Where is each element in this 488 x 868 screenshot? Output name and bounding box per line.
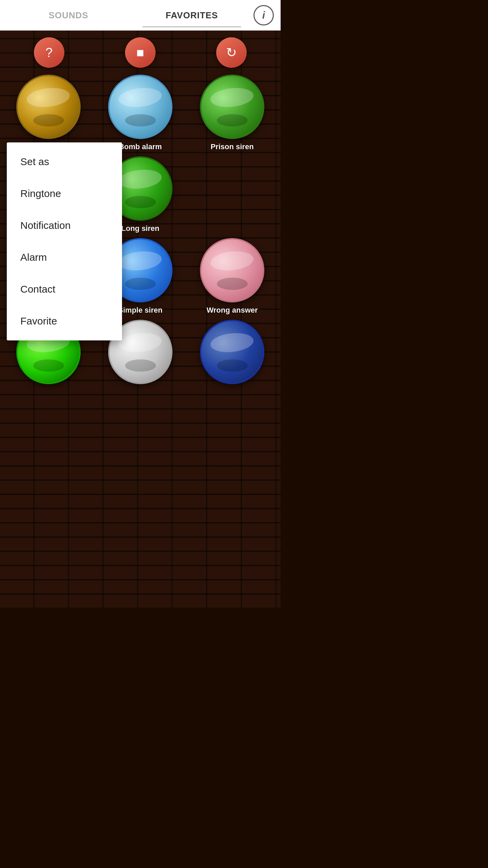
- sound-label-bomb-alarm: Bomb alarm: [119, 142, 162, 151]
- sound-item-prison-siren[interactable]: Prison siren: [189, 75, 276, 151]
- sound-btn-prison-siren[interactable]: [200, 75, 264, 139]
- stop-icon: ■: [137, 45, 144, 60]
- menu-item-contact[interactable]: Contact: [7, 273, 122, 305]
- sound-label-prison-siren: Prison siren: [210, 142, 253, 151]
- stop-button[interactable]: ■: [125, 37, 156, 68]
- sound-item-bomb-alarm[interactable]: Bomb alarm: [97, 75, 184, 151]
- info-icon: i: [262, 9, 265, 21]
- help-button[interactable]: ?: [34, 37, 64, 68]
- controls-row: ? ■ ↻: [3, 37, 277, 68]
- menu-item-favorite[interactable]: Favorite: [7, 305, 122, 337]
- refresh-icon: ↻: [226, 45, 237, 60]
- menu-item-ringtone[interactable]: Ringtone: [7, 178, 122, 210]
- tab-sounds[interactable]: SOUNDS: [7, 3, 130, 27]
- sound-btn-navy-bottom[interactable]: [200, 320, 264, 384]
- context-menu: Set as Ringtone Notification Alarm Conta…: [7, 142, 122, 340]
- tab-bar: SOUNDS FAVORITES i: [0, 0, 281, 31]
- sound-btn-wrong-answer[interactable]: [200, 238, 264, 302]
- refresh-button[interactable]: ↻: [216, 37, 247, 68]
- sound-btn-bomb-alarm[interactable]: [108, 75, 172, 139]
- sound-btn-siren-alert[interactable]: [16, 75, 81, 139]
- menu-item-alarm[interactable]: Alarm: [7, 241, 122, 273]
- tab-favorites[interactable]: FAVORITES: [130, 3, 253, 27]
- sound-item-siren-alert[interactable]: Siren alert: [5, 75, 92, 151]
- sound-label-long-siren: Long siren: [121, 224, 159, 233]
- question-icon: ?: [45, 45, 53, 60]
- sound-label-simple-siren: Simple siren: [118, 306, 163, 315]
- menu-header-set-as: Set as: [7, 146, 122, 178]
- menu-item-notification[interactable]: Notification: [7, 210, 122, 241]
- info-button[interactable]: i: [253, 5, 274, 25]
- sound-label-wrong-answer: Wrong answer: [206, 306, 258, 315]
- sound-item-wrong-answer[interactable]: Wrong answer: [189, 238, 276, 315]
- sound-item-navy-bottom[interactable]: [189, 320, 276, 384]
